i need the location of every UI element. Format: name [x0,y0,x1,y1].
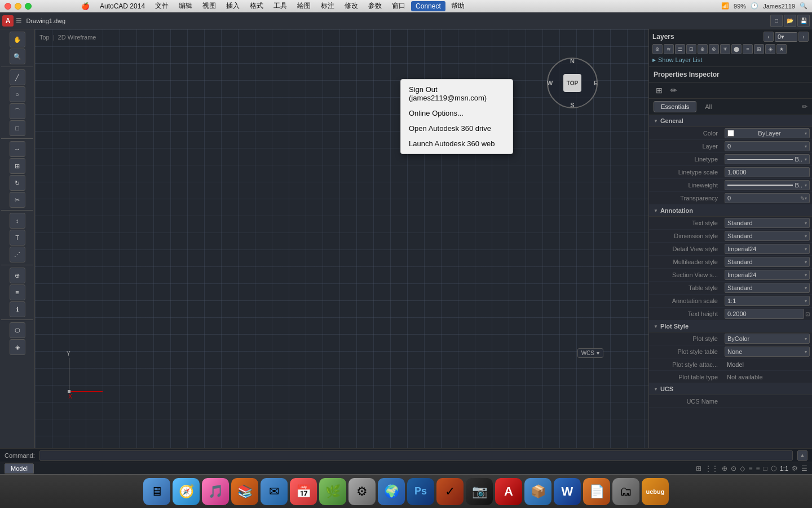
prop-linetype-scale-value[interactable] [722,166,812,178]
prop-text-height-value[interactable]: ⊡ [722,308,812,320]
dock-google-earth[interactable]: 🌍 [378,478,405,505]
workspace-icon[interactable]: ☰ [801,465,807,472]
dock-preview[interactable]: 📄 [583,478,610,505]
model-tab[interactable]: Model [5,463,34,474]
prop-color-value[interactable]: ByLayer ▾ [722,127,812,139]
prop-section-view-style-value[interactable]: Imperial24 ▾ [722,269,812,281]
maximize-button[interactable] [25,3,32,10]
linetype-scale-input[interactable] [725,167,810,177]
osnap-icon[interactable]: ◇ [740,465,745,472]
dock-omnifocus[interactable]: ✓ [436,478,464,505]
section-plot-style[interactable]: Plot Style [649,321,812,332]
tool-circle[interactable]: ○ [10,86,25,102]
props-grid-icon[interactable]: ⊞ [654,85,665,96]
tool-text[interactable]: T [10,230,25,246]
dock-photoshop[interactable]: Ps [407,478,434,505]
settings-icon[interactable]: ⚙ [792,465,798,472]
tool-copy[interactable]: ⊞ [10,158,25,174]
text-height-edit-icon[interactable]: ⊡ [805,311,810,317]
tool-rotate[interactable]: ↻ [10,175,25,191]
layer-icon-6[interactable]: ⊗ [709,44,719,54]
menu-format[interactable]: 格式 [245,0,268,12]
dock-itunes[interactable]: 🎵 [202,478,229,505]
layer-icon-9[interactable]: ≡ [743,44,753,54]
tab-essentials[interactable]: Essentials [654,101,696,112]
layer-icon-7[interactable]: ☀ [720,44,730,54]
lineweight-toggle[interactable]: ≡ [756,465,760,472]
prop-ucs-name-value[interactable] [722,396,812,406]
table-style-dropdown[interactable]: Standard ▾ [725,283,810,293]
prop-layer-value[interactable]: 0 ▾ [722,140,812,152]
tool-arc[interactable]: ⌒ [10,103,25,119]
prop-linetype-value[interactable]: B.. ▾ [722,153,812,165]
menu-apple[interactable]: 🍎 [77,1,94,11]
layer-icon-11[interactable]: ◈ [765,44,775,54]
detail-view-style-dropdown[interactable]: Imperial24 ▾ [725,244,810,254]
dropdown-signout[interactable]: Sign Out (james2119@msn.com) [401,82,513,106]
show-layer-list-btn[interactable]: Show Layer List [652,55,809,64]
compass-top-button[interactable]: TOP [563,74,581,92]
layer-prev-btn[interactable]: ‹ [764,32,774,42]
plot-style-table-dropdown[interactable]: None ▾ [725,347,810,357]
text-height-input[interactable] [725,309,804,319]
dock-finder2[interactable]: 🗂 [612,478,639,505]
multileader-style-dropdown[interactable]: Standard ▾ [725,257,810,267]
command-expand[interactable]: ▲ [797,450,807,461]
layer-icon-1[interactable]: ⊛ [652,44,663,54]
close-button[interactable] [5,3,11,10]
new-btn[interactable]: □ [770,15,783,27]
dock-autocad[interactable]: A [495,478,522,505]
layer-icon-3[interactable]: ☰ [675,44,685,54]
layer-icon-4[interactable]: ⊡ [686,44,696,54]
layer-next-btn[interactable]: › [798,32,809,42]
menu-help[interactable]: 帮助 [447,0,469,12]
dropdown-online-options[interactable]: Online Options... [401,106,513,121]
trans-icon[interactable]: □ [763,465,767,472]
layer-icon-12[interactable]: ★ [776,44,787,54]
grid-icon[interactable]: ⋮⋮ [705,465,718,472]
menu-file[interactable]: 文件 [151,0,173,12]
tool-visual[interactable]: ◈ [10,339,25,355]
menu-draw[interactable]: 绘图 [293,0,315,12]
menu-tools[interactable]: 工具 [269,0,292,12]
props-pen-icon[interactable]: ✏ [668,85,679,96]
dropdown-360-web[interactable]: Launch Autodesk 360 web [401,136,513,151]
prop-table-style-value[interactable]: Standard ▾ [722,282,812,294]
wcs-badge[interactable]: WCS ▾ [577,348,603,358]
menu-connect[interactable]: Connect [411,1,445,11]
prop-text-style-value[interactable]: Standard ▾ [722,217,812,229]
tool-pan[interactable]: ✋ [10,32,25,47]
menu-view[interactable]: 视图 [198,0,220,12]
prop-plot-style-value[interactable]: ByColor ▾ [722,332,812,345]
prop-detail-view-style-value[interactable]: Imperial24 ▾ [722,243,812,255]
tool-line[interactable]: ╱ [10,69,25,85]
annotation-scale-dropdown[interactable]: 1:1 ▾ [725,296,810,306]
transparency-dropdown[interactable]: 0 ✎ ▾ [725,193,810,203]
plot-style-dropdown[interactable]: ByColor ▾ [725,334,810,344]
save-btn[interactable]: 💾 [797,15,810,27]
section-annotation[interactable]: Annotation [649,205,812,217]
sel-icon[interactable]: ⬡ [771,465,776,472]
text-style-dropdown[interactable]: Standard ▾ [725,218,810,228]
prop-plot-style-table-value[interactable]: None ▾ [722,345,812,358]
polar-icon[interactable]: ⊙ [731,465,736,472]
layer-icon-5[interactable]: ⊕ [698,44,708,54]
tool-hatch[interactable]: ⋰ [10,247,25,262]
dim-style-dropdown[interactable]: Standard ▾ [725,231,810,241]
layer-icon-8[interactable]: ⬤ [731,44,742,54]
open-btn[interactable]: 📂 [784,15,796,27]
props-edit-pencil[interactable]: ✏ [802,103,807,111]
prop-dim-style-value[interactable]: Standard ▾ [722,230,812,242]
menu-modify[interactable]: 修改 [340,0,363,12]
dyn-icon[interactable]: ≡ [748,465,752,472]
tool-move[interactable]: ↔ [10,141,25,157]
tool-dim[interactable]: ↕ [10,213,25,229]
menu-dimension[interactable]: 标注 [316,0,339,12]
color-dropdown[interactable]: ByLayer ▾ [725,128,810,138]
prop-annotation-scale-value[interactable]: 1:1 ▾ [722,295,812,307]
tool-3d[interactable]: ⬡ [10,322,25,338]
menu-window[interactable]: 窗口 [387,0,410,12]
canvas-area[interactable]: Top | 2D Wireframe N S E W TOP W [35,29,648,448]
tool-rect[interactable]: □ [10,120,25,136]
ortho-icon[interactable]: ⊕ [722,465,727,472]
